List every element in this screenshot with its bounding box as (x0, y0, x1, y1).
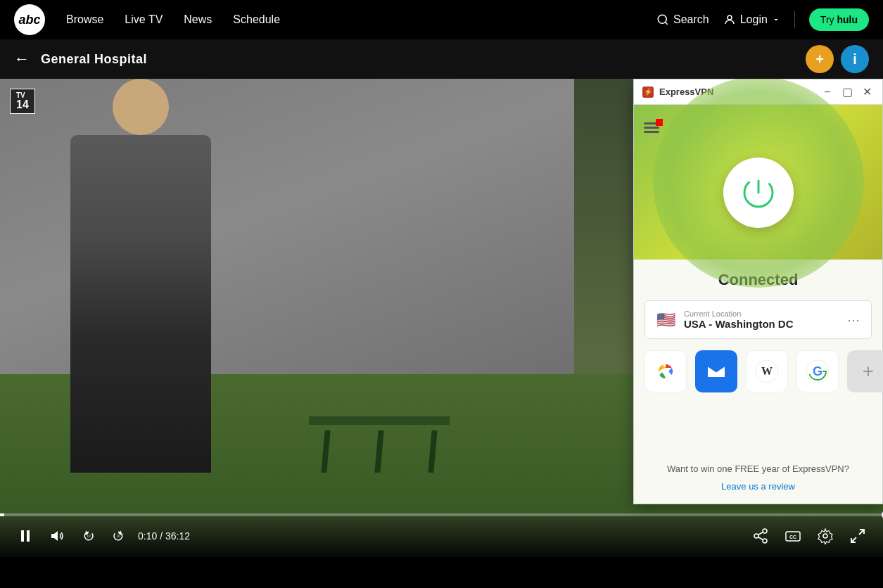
rewind-10-icon: 10 (82, 529, 96, 543)
vpn-review-link[interactable]: Leave us a review (721, 481, 795, 492)
vpn-location-info: Current Location USA - Washington DC (684, 309, 847, 330)
bench-top (309, 416, 450, 425)
tv-number: 14 (16, 98, 29, 110)
character-left (70, 135, 211, 473)
vpn-location-box[interactable]: 🇺🇸 Current Location USA - Washington DC … (644, 300, 872, 339)
nav-news[interactable]: News (184, 13, 212, 26)
time-separator: / (157, 530, 165, 542)
add-shortcut-icon: + (863, 362, 874, 381)
nav-links: Browse Live TV News Schedule (66, 13, 656, 26)
try-hulu-button[interactable]: Try hulu (809, 8, 869, 31)
vpn-connected-area (634, 105, 882, 260)
settings-button[interactable] (814, 525, 837, 547)
svg-point-7 (662, 368, 669, 375)
abc-logo[interactable]: abc (14, 4, 45, 35)
info-icon: i (853, 51, 857, 68)
video-controls: 10 10 0:10 / 36:12 (0, 515, 883, 557)
expressvpn-popup: ⚡ ExpressVPN − ▢ ✕ (633, 79, 883, 504)
abc-logo-text: abc (18, 13, 40, 27)
login-button[interactable]: Login (723, 13, 780, 26)
video-player[interactable]: TV 14 ⚡ ExpressVPN − ▢ ✕ (0, 79, 883, 557)
bench-leg-2 (375, 430, 384, 473)
settings-icon (817, 528, 834, 544)
svg-text:W: W (761, 365, 773, 377)
pause-icon (17, 528, 34, 544)
forward-10-button[interactable]: 10 (108, 526, 128, 546)
svg-rect-14 (27, 530, 30, 542)
us-flag-icon: 🇺🇸 (656, 311, 675, 329)
bench-leg-3 (428, 430, 438, 473)
chrome-icon (653, 359, 678, 384)
vpn-shortcut-wikipedia[interactable]: W (746, 350, 788, 392)
character-body-left (70, 135, 211, 473)
window-controls: − ▢ ✕ (820, 85, 874, 99)
top-navigation: abc Browse Live TV News Schedule Search … (0, 0, 883, 39)
svg-rect-8 (704, 359, 729, 384)
close-button[interactable]: ✕ (860, 85, 874, 99)
search-icon (656, 13, 669, 26)
lightning-icon: ⚡ (644, 88, 652, 96)
share-button[interactable] (749, 525, 772, 547)
search-button[interactable]: Search (656, 13, 709, 26)
expressvpn-logo: ⚡ (642, 87, 654, 98)
vpn-shortcut-gmail[interactable] (695, 350, 737, 392)
rewind-10-button[interactable]: 10 (79, 526, 99, 546)
vpn-more-options[interactable]: ⋯ (847, 312, 860, 328)
svg-line-24 (758, 537, 763, 540)
vpn-power-button[interactable] (723, 158, 794, 228)
tv-rating-badge: TV 14 (10, 89, 35, 114)
cc-icon: CC (784, 528, 801, 544)
show-header: ← General Hospital + i (0, 39, 883, 79)
vpn-review-section: Want to win one FREE year of ExpressVPN?… (634, 452, 882, 504)
volume-icon (49, 528, 66, 544)
minimize-button[interactable]: − (820, 85, 834, 99)
bench-legs (323, 430, 436, 473)
share-icon (752, 528, 769, 544)
fullscreen-icon (849, 528, 866, 544)
svg-line-23 (758, 532, 763, 535)
vpn-menu-button[interactable] (644, 115, 659, 133)
chevron-down-icon (772, 15, 780, 24)
wikipedia-icon: W (754, 359, 780, 384)
svg-point-0 (658, 15, 666, 23)
total-time: 36:12 (165, 530, 190, 542)
closed-captions-button[interactable]: CC (782, 525, 804, 547)
vpn-location-name: USA - Washington DC (684, 318, 847, 330)
character-head-left (113, 79, 169, 135)
vpn-shortcut-google[interactable]: G (796, 350, 839, 392)
vpn-shortcut-add[interactable]: + (847, 350, 883, 392)
svg-rect-13 (21, 530, 24, 542)
vpn-body: Connected 🇺🇸 Current Location USA - Wash… (634, 260, 882, 504)
info-button[interactable]: i (841, 45, 869, 73)
svg-point-20 (763, 529, 767, 533)
svg-line-28 (859, 530, 864, 535)
controls-right: CC (749, 525, 869, 547)
add-to-watchlist-button[interactable]: + (806, 45, 834, 73)
nav-divider (794, 11, 795, 28)
svg-line-1 (665, 22, 667, 24)
svg-line-29 (851, 537, 856, 542)
svg-text:G: G (813, 364, 822, 378)
vpn-shortcut-chrome[interactable] (644, 350, 687, 392)
maximize-button[interactable]: ▢ (840, 85, 854, 99)
nav-browse[interactable]: Browse (66, 13, 103, 26)
show-title: General Hospital (41, 52, 799, 67)
try-label: Try (820, 14, 837, 25)
pause-button[interactable] (14, 525, 37, 547)
hulu-label: hulu (837, 14, 858, 25)
vpn-location-label: Current Location (684, 309, 847, 318)
scene-bench (309, 416, 450, 473)
svg-point-27 (823, 534, 827, 538)
fullscreen-button[interactable] (846, 525, 869, 547)
bench-leg-1 (322, 430, 331, 473)
nav-live-tv[interactable]: Live TV (125, 13, 163, 26)
user-icon (723, 13, 736, 26)
search-label: Search (673, 13, 709, 26)
back-button[interactable]: ← (14, 50, 30, 68)
svg-point-2 (728, 15, 732, 20)
svg-marker-15 (51, 531, 58, 541)
svg-point-22 (763, 539, 767, 543)
volume-button[interactable] (46, 525, 69, 547)
nav-schedule[interactable]: Schedule (233, 13, 280, 26)
vpn-review-text: Want to win one FREE year of ExpressVPN? (645, 464, 871, 474)
